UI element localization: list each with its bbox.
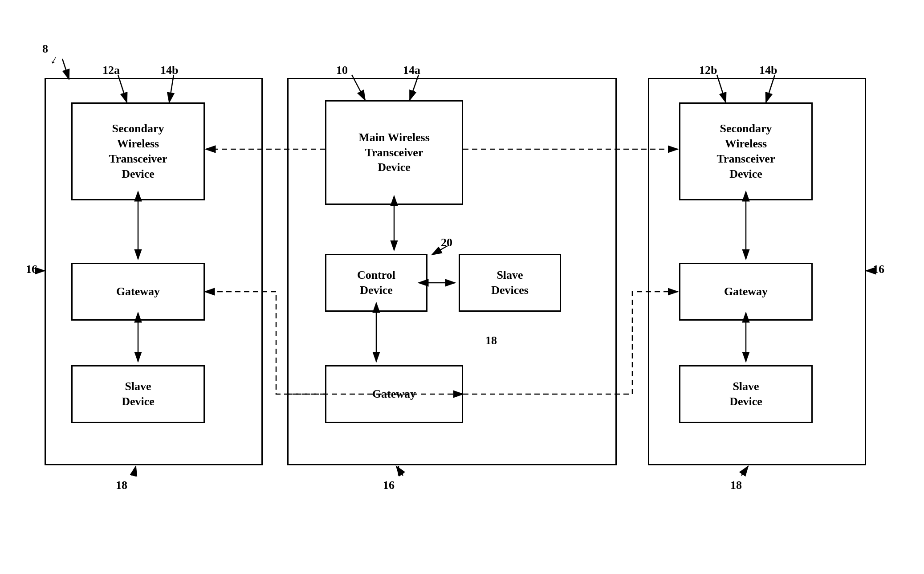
svg-line-15 [741,466,748,476]
ref-20: 20 [441,236,452,249]
center-transceiver-label: Main WirelessTransceiverDevice [358,130,430,175]
right-transceiver-box: SecondaryWirelessTransceiverDevice [679,102,813,200]
diagram: 8 ↓ 12a 14b SecondaryWirelessTransceiver… [0,0,924,574]
ref-16-left: 16 [26,263,37,276]
svg-line-13 [134,466,136,476]
center-gateway-label: Gateway [372,387,416,402]
ref-18-right: 18 [730,479,742,492]
svg-line-14 [396,466,403,476]
ref-14a: 14a [403,64,420,77]
center-gateway-box: Gateway [325,365,463,423]
ref-18-left: 18 [116,479,127,492]
ref-16-center: 16 [383,479,395,492]
right-gateway-box: Gateway [679,263,813,321]
ref-14b-right: 14b [759,64,777,77]
ref-14b-left: 14b [160,64,178,77]
right-slave-box: SlaveDevice [679,365,813,423]
ref-12a: 12a [102,64,120,77]
left-slave-box: SlaveDevice [71,365,205,423]
center-transceiver-box: Main WirelessTransceiverDevice [325,100,463,205]
svg-line-4 [62,59,69,79]
center-slave-box: SlaveDevices [459,254,561,312]
ref-12b: 12b [699,64,717,77]
left-gateway-label: Gateway [116,284,160,299]
right-slave-label: SlaveDevice [729,379,762,409]
center-slave-label: SlaveDevices [491,268,529,298]
center-control-box: ControlDevice [325,254,427,312]
ref-18-center-slave: 18 [485,334,497,347]
left-transceiver-label: SecondaryWirelessTransceiverDevice [109,121,167,181]
left-gateway-box: Gateway [71,263,205,321]
left-transceiver-box: SecondaryWirelessTransceiverDevice [71,102,205,200]
ref-10: 10 [336,64,348,77]
right-transceiver-label: SecondaryWirelessTransceiverDevice [717,121,775,181]
ref-16-right: 16 [873,263,884,276]
right-gateway-label: Gateway [724,284,768,299]
ref-8-label: 8 [42,42,48,56]
center-control-label: ControlDevice [357,268,395,298]
left-slave-label: SlaveDevice [122,379,155,409]
